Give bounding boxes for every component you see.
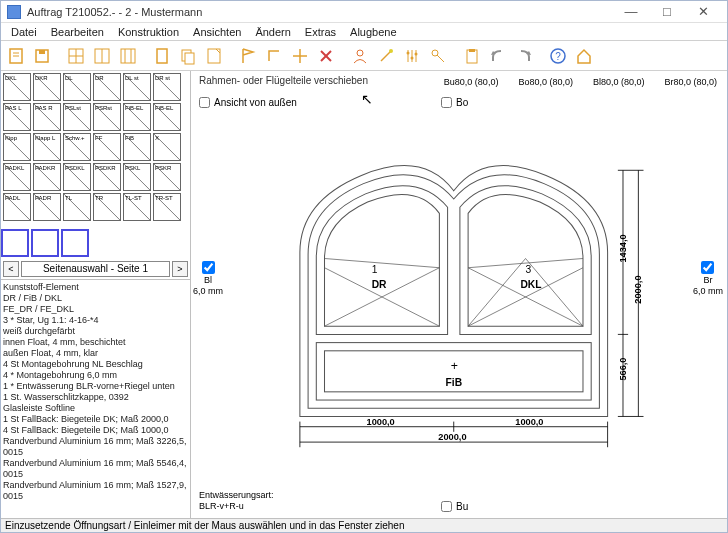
pager-next[interactable]: > bbox=[172, 261, 188, 277]
grid-icon[interactable] bbox=[65, 45, 87, 67]
svg-text:2000,0: 2000,0 bbox=[633, 275, 643, 303]
svg-point-29 bbox=[415, 52, 418, 55]
ent-val: BLR-v+R-u bbox=[199, 501, 274, 512]
help-icon[interactable]: ? bbox=[547, 45, 569, 67]
dimensions-row: Bu80,0 (80,0) Bo80,0 (80,0) Bl80,0 (80,0… bbox=[444, 77, 717, 87]
palette-TL-ST[interactable]: TL-ST bbox=[123, 193, 151, 221]
palette-blue-2[interactable] bbox=[31, 229, 59, 257]
svg-text:+: + bbox=[451, 359, 458, 373]
palette-FF[interactable]: FF bbox=[93, 133, 121, 161]
save-icon[interactable] bbox=[31, 45, 53, 67]
info-line: DR / FiB / DKL bbox=[3, 293, 188, 304]
info-line: Randverbund Aluminium 16 mm; Maß 3226,5,… bbox=[3, 436, 188, 458]
svg-text:1000,0: 1000,0 bbox=[515, 417, 543, 427]
palette-PSLst[interactable]: PSLst bbox=[63, 103, 91, 131]
close-button[interactable]: ✕ bbox=[685, 2, 721, 22]
palette-PSDKR[interactable]: PSDKR bbox=[93, 163, 121, 191]
pager-prev[interactable]: < bbox=[3, 261, 19, 277]
key-icon[interactable] bbox=[427, 45, 449, 67]
palette-PSKL[interactable]: PSKL bbox=[123, 163, 151, 191]
pager-label[interactable]: Seitenauswahl - Seite 1 bbox=[21, 261, 170, 277]
palette-TL[interactable]: TL bbox=[63, 193, 91, 221]
info-line: 4 St Montagebohrung NL Beschlag bbox=[3, 359, 188, 370]
svg-rect-10 bbox=[121, 49, 135, 63]
chk-bo-label: Bo bbox=[456, 97, 468, 108]
palette-X[interactable]: X bbox=[153, 133, 181, 161]
dim-bl: Bl80,0 (80,0) bbox=[593, 77, 645, 87]
palette-TR-ST[interactable]: TR-ST bbox=[153, 193, 181, 221]
clipboard-icon[interactable] bbox=[461, 45, 483, 67]
svg-point-21 bbox=[357, 50, 363, 56]
menu-ansichten[interactable]: Ansichten bbox=[187, 25, 247, 39]
flag-icon[interactable] bbox=[237, 45, 259, 67]
palette-PADKR[interactable]: PADKR bbox=[33, 163, 61, 191]
palette-DR-st[interactable]: DR st bbox=[153, 73, 181, 101]
menu-bearbeiten[interactable]: Bearbeiten bbox=[45, 25, 110, 39]
chk-bu[interactable] bbox=[441, 501, 452, 512]
svg-line-22 bbox=[381, 51, 391, 61]
chk-outside[interactable] bbox=[199, 97, 210, 108]
page-icon[interactable] bbox=[151, 45, 173, 67]
palette-PAS-L[interactable]: PAS L bbox=[3, 103, 31, 131]
palette-PADR[interactable]: PADR bbox=[33, 193, 61, 221]
frame-icon[interactable] bbox=[117, 45, 139, 67]
palette-PAS-R[interactable]: PAS R bbox=[33, 103, 61, 131]
menu-datei[interactable]: Datei bbox=[5, 25, 43, 39]
palette-FiB-EL[interactable]: FiB-EL bbox=[123, 103, 151, 131]
menubar: Datei Bearbeiten Konstruktion Ansichten … bbox=[1, 23, 727, 41]
palette-Kipp[interactable]: Kipp bbox=[3, 133, 31, 161]
palette-PSKR[interactable]: PSKR bbox=[153, 163, 181, 191]
palette-DKR[interactable]: DKR bbox=[33, 73, 61, 101]
delete-icon[interactable] bbox=[315, 45, 337, 67]
svg-point-23 bbox=[389, 49, 393, 53]
menu-extras[interactable]: Extras bbox=[299, 25, 342, 39]
info-box: Kunststoff-ElementDR / FiB / DKLFE_DR / … bbox=[1, 279, 190, 518]
menu-aendern[interactable]: Ändern bbox=[249, 25, 296, 39]
palette-Klapp-L[interactable]: Klapp L bbox=[33, 133, 61, 161]
palette-PADKL[interactable]: PADKL bbox=[3, 163, 31, 191]
palette-DR[interactable]: DR bbox=[93, 73, 121, 101]
info-line: Randverbund Aluminium 16 mm; Maß 1527,9,… bbox=[3, 480, 188, 502]
new-icon[interactable] bbox=[5, 45, 27, 67]
info-line: 1 St FallBack: Biegeteile DK; Maß 2000,0 bbox=[3, 414, 188, 425]
split-icon[interactable] bbox=[91, 45, 113, 67]
dim-bo: Bo80,0 (80,0) bbox=[518, 77, 573, 87]
svg-text:566,0: 566,0 bbox=[618, 357, 628, 380]
palette-TR[interactable]: TR bbox=[93, 193, 121, 221]
palette-Schw.+[interactable]: Schw.+ bbox=[63, 133, 91, 161]
user-icon[interactable] bbox=[349, 45, 371, 67]
palette-PADL[interactable]: PADL bbox=[3, 193, 31, 221]
palette-DL-st[interactable]: DL st bbox=[123, 73, 151, 101]
settings-icon[interactable] bbox=[401, 45, 423, 67]
cursor-icon: ↖ bbox=[361, 91, 373, 107]
svg-text:DKL: DKL bbox=[520, 279, 541, 290]
info-line: 1 * Entwässerung BLR-vorne+Riegel unten bbox=[3, 381, 188, 392]
palette-DKL[interactable]: DKL bbox=[3, 73, 31, 101]
menu-konstruktion[interactable]: Konstruktion bbox=[112, 25, 185, 39]
wand-icon[interactable] bbox=[375, 45, 397, 67]
maximize-button[interactable]: □ bbox=[649, 2, 685, 22]
palette-blue-3[interactable] bbox=[61, 229, 89, 257]
palette-DL[interactable]: DL bbox=[63, 73, 91, 101]
cross-icon[interactable] bbox=[289, 45, 311, 67]
svg-text:?: ? bbox=[555, 51, 561, 62]
corner-icon[interactable] bbox=[263, 45, 285, 67]
undo-icon[interactable] bbox=[487, 45, 509, 67]
palette-FiB-EL[interactable]: FiB-EL bbox=[153, 103, 181, 131]
chk-bo[interactable] bbox=[441, 97, 452, 108]
svg-rect-13 bbox=[157, 49, 167, 63]
minimize-button[interactable]: — bbox=[613, 2, 649, 22]
drawing-canvas[interactable]: 1 DR 3 DKL FiB + 1000,0 1000,0 2000,0 bbox=[211, 119, 717, 478]
palette-PSDKL[interactable]: PSDKL bbox=[63, 163, 91, 191]
palette-blue-1[interactable] bbox=[1, 229, 29, 257]
info-line: FE_DR / FE_DKL bbox=[3, 304, 188, 315]
copy-icon[interactable] bbox=[177, 45, 199, 67]
info-line: Randverbund Aluminium 16 mm; Maß 5546,4,… bbox=[3, 458, 188, 480]
redo-icon[interactable] bbox=[513, 45, 535, 67]
palette-PSRst[interactable]: PSRst bbox=[93, 103, 121, 131]
note-icon[interactable] bbox=[203, 45, 225, 67]
home-icon[interactable] bbox=[573, 45, 595, 67]
toolbar: ? bbox=[1, 41, 727, 71]
menu-alugbene[interactable]: Alugbene bbox=[344, 25, 403, 39]
palette-FiB[interactable]: FiB bbox=[123, 133, 151, 161]
